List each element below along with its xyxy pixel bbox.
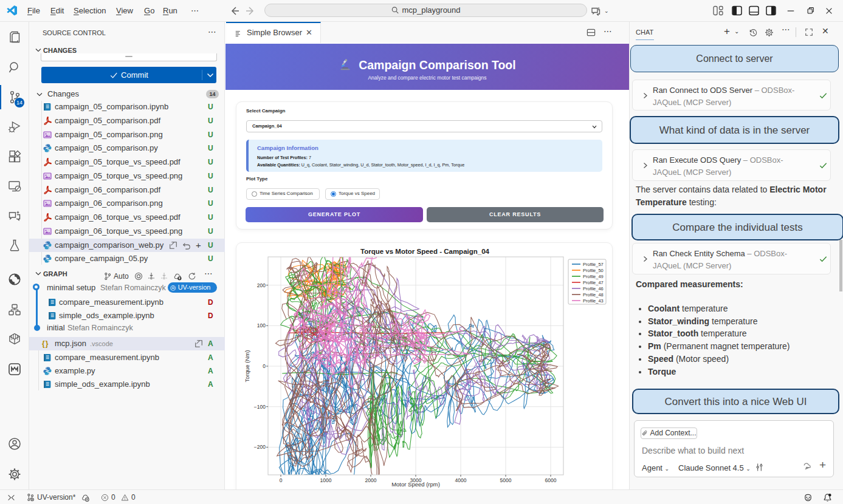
svg-text:4000: 4000 <box>455 477 467 483</box>
svg-text:Torque (Nm): Torque (Nm) <box>244 350 250 383</box>
svg-text:Profile_49: Profile_49 <box>583 274 604 279</box>
svg-text:100: 100 <box>257 322 266 329</box>
svg-text:Profile_46: Profile_46 <box>583 286 604 291</box>
svg-text:2000: 2000 <box>365 477 377 483</box>
svg-text:6000: 6000 <box>545 477 557 483</box>
svg-text:Profile_47: Profile_47 <box>583 280 604 285</box>
svg-text:Profile_43: Profile_43 <box>583 298 604 304</box>
svg-text:Motor Speed (rpm): Motor Speed (rpm) <box>391 481 440 488</box>
svg-text:Profile_57: Profile_57 <box>583 262 604 267</box>
svg-text:1000: 1000 <box>320 477 332 483</box>
svg-text:Profile_50: Profile_50 <box>583 268 604 273</box>
svg-text:−100: −100 <box>254 404 266 410</box>
svg-text:200: 200 <box>257 282 266 288</box>
svg-text:5000: 5000 <box>500 477 512 483</box>
svg-text:0: 0 <box>263 363 266 369</box>
svg-text:0: 0 <box>280 477 283 483</box>
svg-text:−200: −200 <box>254 444 266 450</box>
svg-text:Profile_48: Profile_48 <box>583 292 604 298</box>
